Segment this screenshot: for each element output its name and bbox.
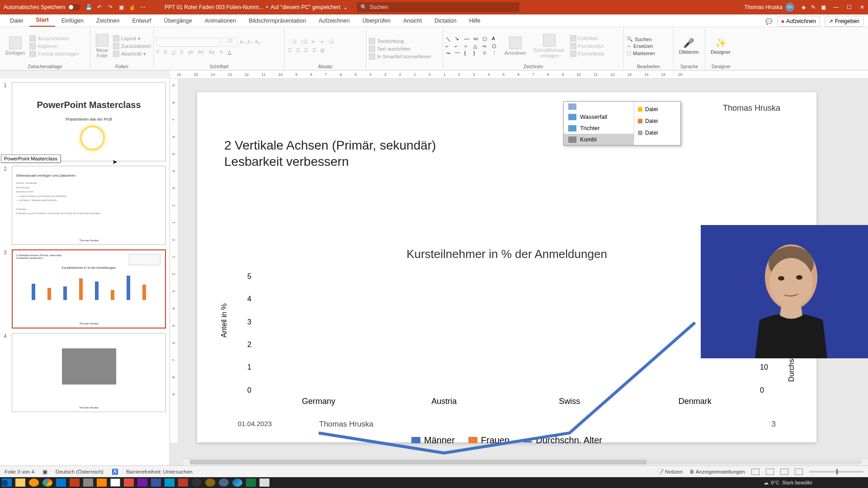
reset-button[interactable]: Zurücksetzen (113, 43, 151, 49)
slide-thumbnail-1[interactable]: PowerPoint Masterclass Präsentieren wie … (12, 82, 166, 161)
display-settings-button[interactable]: 🖥 Anzeigeeinstellungen (689, 469, 745, 474)
minimize-icon[interactable]: — (833, 4, 839, 10)
undo-icon[interactable]: ↶ (96, 4, 103, 11)
shape-free-icon[interactable]: 〰 (455, 50, 463, 57)
maximize-icon[interactable]: ☐ (847, 4, 852, 10)
tab-dictation[interactable]: Dictation (428, 15, 463, 27)
shape-rect-icon[interactable]: ▭ (473, 36, 481, 42)
record-button[interactable]: ●Aufzeichnen (777, 16, 820, 27)
app3-icon[interactable] (124, 479, 134, 487)
tab-einfuegen[interactable]: Einfügen (55, 15, 90, 27)
shape-brace-icon[interactable]: { (464, 50, 472, 57)
slide-thumbnail-3[interactable]: 2 Vertikale Achsen (Primär, sekundär)Les… (12, 249, 166, 328)
tab-bildschirm[interactable]: Bildschirmpräsentation (242, 15, 312, 27)
shape-oval-icon[interactable]: ○ (464, 43, 472, 49)
toggle-switch-icon[interactable] (68, 4, 80, 10)
app6-icon[interactable] (205, 479, 215, 487)
autosave-toggle[interactable]: Automatisches Speichern (4, 4, 80, 10)
notes-button[interactable]: 📝 Notizen (657, 469, 683, 475)
normal-view-icon[interactable] (751, 469, 760, 475)
shape-rect2-icon[interactable]: ▢ (482, 36, 491, 42)
picker-hidden-top[interactable]: x (564, 102, 634, 111)
save-icon[interactable]: 💾 (85, 4, 92, 11)
replace-button[interactable]: ↔Ersetzen (627, 43, 655, 49)
arrange-button[interactable]: Anordnen (502, 29, 529, 63)
user-account[interactable]: Thomas Hruska TH (744, 3, 794, 12)
picker-wasserfall[interactable]: Wasserfall (564, 111, 634, 122)
visio-icon[interactable] (151, 479, 161, 487)
comments-icon[interactable]: 💬 (765, 18, 773, 25)
ribbon-mode-icon[interactable]: ◈ (802, 4, 806, 10)
tab-animationen[interactable]: Animationen (198, 15, 243, 27)
redo-icon[interactable]: ↷ (107, 4, 114, 11)
tab-zeichnen[interactable]: Zeichnen (90, 15, 126, 27)
present-icon[interactable]: ▣ (118, 4, 125, 11)
status-accessibility[interactable]: Barrierefreiheit: Untersuchen (126, 469, 193, 474)
shape-connector-icon[interactable]: ⌐ (446, 43, 454, 49)
shape-line-icon[interactable]: ＼ (446, 36, 454, 42)
app-icon[interactable] (83, 479, 93, 487)
zoom-slider[interactable] (809, 471, 863, 473)
find-button[interactable]: 🔍Suchen (627, 36, 655, 42)
shape-arrow-icon[interactable]: ↘ (455, 36, 463, 42)
status-language[interactable]: Deutsch (Österreich) (56, 469, 104, 474)
picker-kombi[interactable]: Kombi (564, 134, 634, 145)
slideshow-view-icon[interactable] (795, 469, 803, 475)
obs-icon[interactable] (192, 479, 202, 487)
search-box[interactable]: 🔍 Suchen (357, 2, 519, 12)
picker-series-2[interactable]: Datei (637, 115, 678, 127)
section-button[interactable]: Abschnitt▾ (113, 51, 151, 57)
slide-thumbnail-4[interactable]: Thomas Hruska (12, 333, 166, 412)
weather-widget[interactable]: ☁ 6°C Stark bewölkt (764, 480, 812, 486)
tab-ueberpruefen[interactable]: Überprüfen (356, 15, 397, 27)
pen-icon[interactable]: ✎ (811, 4, 816, 10)
horizontal-scrollbar[interactable] (184, 458, 868, 465)
designer-button[interactable]: ✨Designer (708, 29, 733, 63)
shape-tri-icon[interactable]: △ (473, 43, 481, 49)
paste-button[interactable]: Einfügen (3, 29, 28, 63)
onenote-icon[interactable] (137, 479, 147, 487)
picker-series-1[interactable]: Datei (637, 103, 678, 115)
shape-arrow2-icon[interactable]: ⇨ (482, 43, 491, 49)
tab-aufzeichnen[interactable]: Aufzeichnen (312, 15, 356, 27)
status-slide-count[interactable]: Folie 3 von 4 (5, 469, 34, 474)
shape-more-icon[interactable]: ⋮ (492, 50, 500, 57)
status-icon[interactable]: ▣ (42, 469, 47, 475)
firefox-icon[interactable] (29, 479, 39, 487)
new-slide-button[interactable]: Neue Folie (93, 29, 111, 63)
chart-type-picker[interactable]: x Wasserfall Trichter Kombi Datei Datei … (563, 101, 681, 145)
shape-curve-icon[interactable]: 〜 (446, 50, 454, 57)
tab-datei[interactable]: Datei (4, 15, 29, 27)
shapes-gallery[interactable]: ＼↘—▭▢A ⌐⌐○△⇨⬡ 〜〰{}☆⋮ (446, 29, 500, 63)
explorer-icon[interactable] (15, 479, 25, 487)
share-button[interactable]: ↗Freigeben (825, 16, 863, 27)
start-icon[interactable]: ⊞ (2, 479, 12, 487)
tab-ansicht[interactable]: Ansicht (397, 15, 428, 27)
shape-star-icon[interactable]: ☆ (482, 50, 491, 57)
slide-thumbnail-2[interactable]: Seitenanzahl einfügen und platzieren Abs… (12, 166, 166, 245)
reading-view-icon[interactable] (780, 469, 788, 475)
edge-icon[interactable] (232, 479, 242, 487)
layout-button[interactable]: Layout▾ (113, 35, 151, 42)
scrollbar-thumb[interactable] (190, 460, 646, 465)
tab-hilfe[interactable]: Hilfe (463, 15, 487, 27)
picker-trichter[interactable]: Trichter (564, 122, 634, 134)
excel-icon[interactable] (246, 479, 256, 487)
window-icon[interactable]: ▣ (821, 4, 826, 10)
app7-icon[interactable] (219, 479, 229, 487)
shape-brace2-icon[interactable]: } (473, 50, 481, 57)
shape-hex-icon[interactable]: ⬡ (492, 43, 500, 49)
slide-heading[interactable]: 2 Vertikale Achsen (Primär, sekundär) Le… (224, 137, 789, 170)
tab-uebergaenge[interactable]: Übergänge (158, 15, 198, 27)
tab-entwurf[interactable]: Entwurf (126, 15, 157, 27)
outlook-icon[interactable] (56, 479, 66, 487)
chrome-icon[interactable] (42, 479, 52, 487)
sorter-view-icon[interactable] (766, 469, 774, 475)
shape-elbow-icon[interactable]: ⌐ (455, 43, 463, 49)
close-icon[interactable]: ✕ (860, 4, 864, 10)
chevron-down-icon[interactable]: ⌄ (343, 4, 348, 10)
app2-icon[interactable] (110, 479, 120, 487)
shape-text-icon[interactable]: A (492, 36, 500, 42)
app8-icon[interactable] (259, 479, 269, 487)
powerpoint-icon[interactable] (70, 479, 80, 487)
